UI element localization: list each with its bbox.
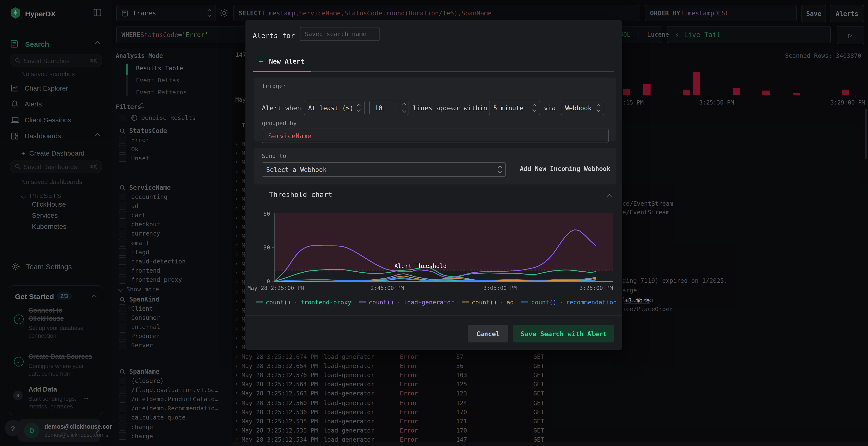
modal-title: Alerts for [253,32,295,39]
y-tick-label: 60 [263,211,270,217]
add-webhook-link[interactable]: Add New Incoming Webhook [520,165,611,172]
select-updown-icon [529,105,536,111]
legend-series-name: load-generator [404,298,455,306]
y-tick-label: 0 [267,278,270,284]
tab-underline-active [253,71,311,72]
legend-dash [522,302,528,303]
x-tick-label: 3:25:00 PM [580,285,613,291]
send-to-label: Send to [262,153,286,160]
select-updown-icon [593,105,600,111]
channel-select[interactable]: Webhook [561,101,604,115]
legend-series-name: recommendation [566,298,617,306]
alert-modal: Alerts for Saved search name + New Alert… [245,20,622,350]
chart-legend: count()·frontend-proxycount()·load-gener… [256,296,613,304]
threshold-number-input[interactable]: 10 [369,101,408,115]
alert-threshold-label: Alert Threshold [395,263,447,270]
legend-series-name: ad [506,298,514,306]
window-select[interactable]: 5 minute [489,101,540,115]
hyperdx-app: HyperDX Search Saved Searches ⌘K No save… [0,0,868,446]
modal-footer-divider [245,315,622,315]
legend-metric: count() [531,298,557,306]
save-search-with-alert-button[interactable]: Save Search with Alert [513,324,614,342]
x-tick-label: 3:05:00 PM [484,285,517,291]
select-updown-icon [495,166,501,173]
x-tick-label: May 28 2:25:00 PM [247,285,304,291]
trigger-panel: Trigger Alert when At least (≥) 10 lines… [254,77,616,141]
legend-more-button[interactable]: +3 more [624,297,650,304]
threshold-value: 10 [370,104,382,111]
group-by-input[interactable]: ServiceName [262,129,609,143]
alert-when-label: Alert when [262,104,301,112]
plus-icon: + [259,57,263,65]
send-to-panel: Send to Select a Webhook Add New Incomin… [254,148,616,184]
group-by-value: ServiceName [268,132,311,140]
trigger-section-label: Trigger [262,83,286,90]
lines-appear-label: lines appear within [413,104,487,112]
legend-dash [462,302,469,303]
threshold-chart: 03060May 28 2:25:00 PM2:45:00 PM3:05:00 … [274,213,613,290]
legend-separator: · [500,298,504,306]
legend-item-ad[interactable]: count()·ad [462,298,514,306]
collapse-chart-icon[interactable] [607,194,613,199]
legend-metric: count() [369,298,394,306]
legend-item-frontend-proxy[interactable]: count()·frontend-proxy [256,298,351,306]
x-tick-label: 2:45:00 PM [371,285,404,291]
saved-search-name-placeholder: Saved search name [305,30,367,38]
legend-dash [256,302,263,303]
grouped-by-label: grouped by [262,120,297,127]
legend-metric: count() [472,298,497,306]
comparator-select[interactable]: At least (≥) [304,101,365,115]
tab-new-alert[interactable]: + New Alert [259,57,304,66]
via-label: via [544,104,556,112]
tab-new-alert-label: New Alert [269,57,304,65]
select-updown-icon [353,105,360,111]
legend-series-name: frontend-proxy [301,298,351,306]
legend-separator: · [397,298,401,306]
legend-metric: count() [266,298,291,306]
webhook-select[interactable]: Select a Webhook [262,162,506,177]
threshold-chart-title: Threshold chart [269,191,332,199]
cancel-button[interactable]: Cancel [468,324,508,342]
legend-separator: · [294,298,298,306]
legend-item-load-generator[interactable]: count()·load-generator [359,298,454,306]
y-tick-label: 30 [263,244,270,251]
legend-item-recommendation[interactable]: count()·recommendation [522,298,617,306]
text-cursor [383,104,383,112]
legend-separator: · [559,298,563,306]
saved-search-name-input[interactable]: Saved search name [300,27,379,41]
legend-dash [359,302,366,303]
number-spinner[interactable] [400,101,408,115]
threshold-chart-svg: 03060May 28 2:25:00 PM2:45:00 PM3:05:00 … [274,213,613,295]
